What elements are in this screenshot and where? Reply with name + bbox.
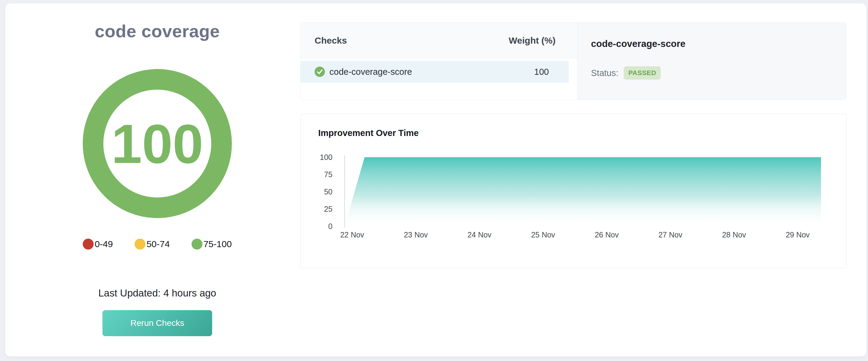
check-row[interactable]: code-coverage-score 100 [301,61,569,83]
y-tick-label: 100 [320,153,333,161]
status-label: Status: [591,68,618,78]
checks-card: Checks Weight (%) code-coverage-score 10… [301,23,577,100]
checks-table-header: Checks Weight (%) [301,23,577,59]
checks-summary-cards: Checks Weight (%) code-coverage-score 10… [300,23,846,100]
improvement-chart-card: Improvement Over Time 100755025022 Nov23… [300,114,846,268]
check-name: code-coverage-score [330,67,412,77]
red-dot-icon [83,239,94,250]
rerun-checks-button[interactable]: Rerun Checks [102,310,212,336]
y-tick-label: 75 [324,170,333,179]
x-tick-label: 29 Nov [785,230,810,239]
legend-label-low: 0-49 [95,239,113,249]
legend-item-low: 0-49 [83,239,113,250]
score-panel: code coverage 100 0-49 50-74 75-100 Last… [5,3,309,357]
score-gauge-value: 100 [111,113,204,175]
column-header-weight: Weight (%) [509,35,556,46]
x-tick-label: 25 Nov [531,230,555,239]
detail-title: code-coverage-score [591,38,834,50]
score-legend: 0-49 50-74 75-100 [5,239,309,250]
dashboard-card: code coverage 100 0-49 50-74 75-100 Last… [5,3,867,357]
check-detail-panel: code-coverage-score Status: PASSED [577,23,846,100]
legend-item-mid: 50-74 [134,239,170,250]
x-tick-label: 22 Nov [340,230,364,239]
x-tick-label: 24 Nov [467,230,492,239]
status-badge: PASSED [624,66,661,80]
right-column: Checks Weight (%) code-coverage-score 10… [300,23,846,268]
status-row: Status: PASSED [591,66,834,80]
column-header-checks: Checks [315,35,347,46]
x-tick-label: 23 Nov [404,230,428,239]
improvement-chart: 100755025022 Nov23 Nov24 Nov25 Nov26 Nov… [301,114,847,268]
green-dot-icon [191,239,203,250]
x-tick-label: 27 Nov [658,230,683,239]
coverage-area [345,157,821,226]
check-circle-icon [315,67,325,77]
legend-item-high: 75-100 [191,239,231,250]
y-tick-label: 0 [328,222,333,230]
yellow-dot-icon [134,239,146,250]
page-title: code coverage [5,21,309,41]
score-gauge: 100 [83,69,232,218]
y-tick-label: 50 [324,188,333,196]
last-updated-text: Last Updated: 4 hours ago [5,287,309,299]
x-tick-label: 26 Nov [595,230,619,239]
check-weight: 100 [534,67,549,77]
x-tick-label: 28 Nov [722,230,746,239]
y-tick-label: 25 [324,205,333,213]
legend-label-high: 75-100 [204,239,231,249]
legend-label-mid: 50-74 [146,239,170,249]
